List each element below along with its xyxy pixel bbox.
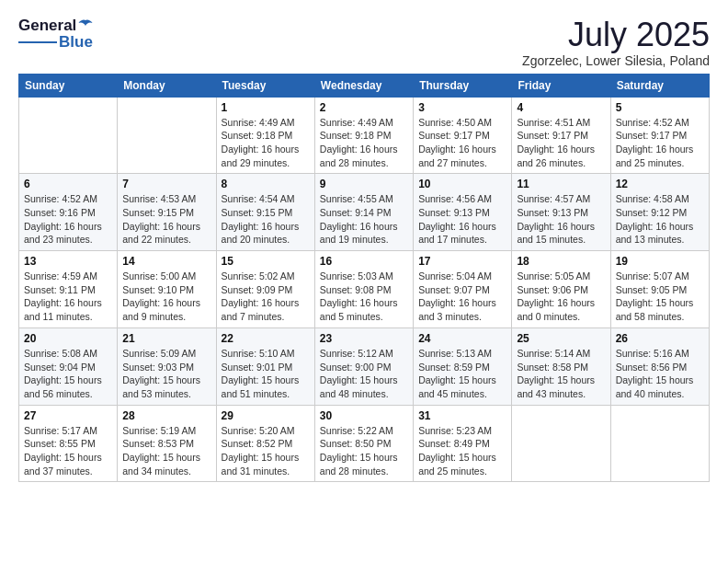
day-info: Sunrise: 4:49 AMSunset: 9:18 PMDaylight:… xyxy=(320,116,408,170)
location: Zgorzelec, Lower Silesia, Poland xyxy=(522,53,710,68)
day-info: Sunrise: 5:13 AMSunset: 8:59 PMDaylight:… xyxy=(418,347,506,401)
calendar-cell: 18Sunrise: 5:05 AMSunset: 9:06 PMDayligh… xyxy=(512,251,610,328)
day-number: 21 xyxy=(122,332,210,345)
day-number: 5 xyxy=(616,101,704,114)
day-info: Sunrise: 5:20 AMSunset: 8:52 PMDaylight:… xyxy=(222,424,310,478)
day-info: Sunrise: 4:55 AMSunset: 9:14 PMDaylight:… xyxy=(320,192,408,247)
calendar-cell: 19Sunrise: 5:07 AMSunset: 9:05 PMDayligh… xyxy=(610,251,709,328)
calendar-cell: 5Sunrise: 4:52 AMSunset: 9:17 PMDaylight… xyxy=(610,97,709,174)
header: General Blue July 2025 Zgorzelec, Lower … xyxy=(18,17,710,68)
day-info: Sunrise: 4:59 AMSunset: 9:11 PMDaylight:… xyxy=(24,270,112,324)
day-number: 14 xyxy=(122,255,210,268)
day-info: Sunrise: 5:23 AMSunset: 8:49 PMDaylight:… xyxy=(418,424,506,478)
day-info: Sunrise: 5:12 AMSunset: 9:00 PMDaylight:… xyxy=(320,347,408,401)
calendar-cell: 2Sunrise: 4:49 AMSunset: 9:18 PMDaylight… xyxy=(314,97,413,174)
day-info: Sunrise: 5:16 AMSunset: 8:56 PMDaylight:… xyxy=(616,347,704,401)
day-info: Sunrise: 5:00 AMSunset: 9:10 PMDaylight:… xyxy=(122,270,210,324)
calendar-cell: 23Sunrise: 5:12 AMSunset: 9:00 PMDayligh… xyxy=(314,327,413,405)
calendar-week-row: 20Sunrise: 5:08 AMSunset: 9:04 PMDayligh… xyxy=(19,327,710,405)
day-info: Sunrise: 5:10 AMSunset: 9:01 PMDaylight:… xyxy=(222,347,310,401)
day-info: Sunrise: 4:57 AMSunset: 9:13 PMDaylight:… xyxy=(517,192,605,247)
day-info: Sunrise: 4:54 AMSunset: 9:15 PMDaylight:… xyxy=(222,192,310,247)
day-number: 28 xyxy=(122,409,210,422)
calendar-cell: 4Sunrise: 4:51 AMSunset: 9:17 PMDaylight… xyxy=(512,97,610,174)
day-of-week-header: Tuesday xyxy=(216,74,314,97)
logo-blue: Blue xyxy=(59,33,93,52)
day-number: 12 xyxy=(616,178,704,190)
day-number: 9 xyxy=(320,178,408,190)
day-number: 30 xyxy=(320,409,408,422)
logo-general: General xyxy=(18,17,76,35)
calendar-week-row: 6Sunrise: 4:52 AMSunset: 9:16 PMDaylight… xyxy=(19,174,710,251)
day-number: 17 xyxy=(418,255,506,268)
calendar-cell: 9Sunrise: 4:55 AMSunset: 9:14 PMDaylight… xyxy=(314,174,413,251)
calendar-cell: 24Sunrise: 5:13 AMSunset: 8:59 PMDayligh… xyxy=(414,327,512,405)
day-info: Sunrise: 5:05 AMSunset: 9:06 PMDaylight:… xyxy=(517,270,605,324)
day-number: 18 xyxy=(517,255,605,268)
calendar-cell xyxy=(610,405,709,482)
day-number: 7 xyxy=(122,178,210,190)
day-info: Sunrise: 5:14 AMSunset: 8:58 PMDaylight:… xyxy=(517,347,605,401)
day-of-week-header: Sunday xyxy=(19,74,118,97)
day-number: 25 xyxy=(517,332,605,345)
day-info: Sunrise: 5:22 AMSunset: 8:50 PMDaylight:… xyxy=(320,424,408,478)
page: General Blue July 2025 Zgorzelec, Lower … xyxy=(0,0,728,499)
calendar-cell: 15Sunrise: 5:02 AMSunset: 9:09 PMDayligh… xyxy=(216,251,314,328)
calendar: SundayMondayTuesdayWednesdayThursdayFrid… xyxy=(18,74,710,483)
logo-bird-icon xyxy=(77,17,94,34)
day-number: 26 xyxy=(616,332,704,345)
calendar-cell: 12Sunrise: 4:58 AMSunset: 9:12 PMDayligh… xyxy=(610,174,709,251)
day-number: 11 xyxy=(517,178,605,190)
day-info: Sunrise: 4:52 AMSunset: 9:16 PMDaylight:… xyxy=(24,192,112,247)
calendar-cell: 25Sunrise: 5:14 AMSunset: 8:58 PMDayligh… xyxy=(512,327,610,405)
day-info: Sunrise: 4:50 AMSunset: 9:17 PMDaylight:… xyxy=(418,116,506,170)
calendar-cell: 31Sunrise: 5:23 AMSunset: 8:49 PMDayligh… xyxy=(414,405,512,482)
calendar-cell xyxy=(118,97,216,174)
day-number: 16 xyxy=(320,255,408,268)
day-of-week-header: Monday xyxy=(118,74,216,97)
day-info: Sunrise: 5:03 AMSunset: 9:08 PMDaylight:… xyxy=(320,270,408,324)
day-number: 23 xyxy=(320,332,408,345)
calendar-cell: 17Sunrise: 5:04 AMSunset: 9:07 PMDayligh… xyxy=(414,251,512,328)
day-info: Sunrise: 4:52 AMSunset: 9:17 PMDaylight:… xyxy=(616,116,704,170)
calendar-week-row: 13Sunrise: 4:59 AMSunset: 9:11 PMDayligh… xyxy=(19,251,710,328)
logo: General Blue xyxy=(18,17,95,52)
day-info: Sunrise: 4:56 AMSunset: 9:13 PMDaylight:… xyxy=(418,192,506,247)
calendar-cell: 16Sunrise: 5:03 AMSunset: 9:08 PMDayligh… xyxy=(314,251,413,328)
day-info: Sunrise: 5:08 AMSunset: 9:04 PMDaylight:… xyxy=(24,347,112,401)
calendar-cell: 29Sunrise: 5:20 AMSunset: 8:52 PMDayligh… xyxy=(216,405,314,482)
calendar-cell: 14Sunrise: 5:00 AMSunset: 9:10 PMDayligh… xyxy=(118,251,216,328)
calendar-cell: 11Sunrise: 4:57 AMSunset: 9:13 PMDayligh… xyxy=(512,174,610,251)
day-number: 24 xyxy=(418,332,506,345)
day-number: 13 xyxy=(24,255,112,268)
day-number: 27 xyxy=(24,409,112,422)
day-number: 31 xyxy=(418,409,506,422)
day-number: 8 xyxy=(222,178,310,190)
day-info: Sunrise: 5:17 AMSunset: 8:55 PMDaylight:… xyxy=(24,424,112,478)
calendar-week-row: 1Sunrise: 4:49 AMSunset: 9:18 PMDaylight… xyxy=(19,97,710,174)
calendar-header-row: SundayMondayTuesdayWednesdayThursdayFrid… xyxy=(19,74,710,97)
day-number: 20 xyxy=(24,332,112,345)
calendar-cell: 30Sunrise: 5:22 AMSunset: 8:50 PMDayligh… xyxy=(314,405,413,482)
day-info: Sunrise: 4:58 AMSunset: 9:12 PMDaylight:… xyxy=(616,192,704,247)
calendar-cell: 28Sunrise: 5:19 AMSunset: 8:53 PMDayligh… xyxy=(118,405,216,482)
calendar-week-row: 27Sunrise: 5:17 AMSunset: 8:55 PMDayligh… xyxy=(19,405,710,482)
day-info: Sunrise: 4:53 AMSunset: 9:15 PMDaylight:… xyxy=(122,192,210,247)
day-info: Sunrise: 4:51 AMSunset: 9:17 PMDaylight:… xyxy=(517,116,605,170)
calendar-cell: 6Sunrise: 4:52 AMSunset: 9:16 PMDaylight… xyxy=(19,174,118,251)
day-of-week-header: Saturday xyxy=(610,74,709,97)
day-info: Sunrise: 5:04 AMSunset: 9:07 PMDaylight:… xyxy=(418,270,506,324)
day-number: 4 xyxy=(517,101,605,114)
day-of-week-header: Friday xyxy=(512,74,610,97)
day-number: 2 xyxy=(320,101,408,114)
calendar-cell xyxy=(512,405,610,482)
day-number: 29 xyxy=(222,409,310,422)
day-number: 3 xyxy=(418,101,506,114)
day-number: 19 xyxy=(616,255,704,268)
calendar-cell: 27Sunrise: 5:17 AMSunset: 8:55 PMDayligh… xyxy=(19,405,118,482)
calendar-cell: 21Sunrise: 5:09 AMSunset: 9:03 PMDayligh… xyxy=(118,327,216,405)
day-of-week-header: Wednesday xyxy=(314,74,413,97)
day-of-week-header: Thursday xyxy=(414,74,512,97)
day-number: 15 xyxy=(222,255,310,268)
day-info: Sunrise: 5:07 AMSunset: 9:05 PMDaylight:… xyxy=(616,270,704,324)
